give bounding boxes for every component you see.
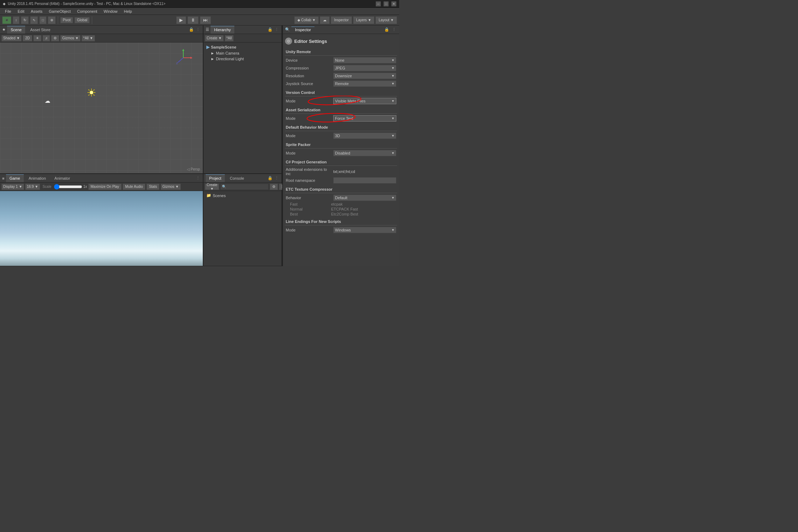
game-more-icon[interactable]: ⋮ — [195, 176, 201, 180]
scene-more-icon[interactable]: ⋮ — [195, 27, 201, 32]
project-filter-btn[interactable]: ⚙ — [270, 184, 278, 190]
tab-animation[interactable]: Animation — [25, 174, 50, 182]
project-toolbar: Create ▼ ⚙ ☰ — [203, 183, 281, 191]
global-button[interactable]: Global — [74, 17, 90, 23]
dropdown-as-mode[interactable]: Force Text ▼ — [333, 115, 396, 122]
tool-scale[interactable]: ⇖ — [30, 16, 38, 24]
hierarchy-maincamera-label: Main Camera — [216, 51, 239, 55]
hierarchy-item-directionallight[interactable]: ► Directional Light — [205, 56, 280, 62]
section-line-endings: Line Endings For New Scripts — [285, 218, 397, 225]
menu-window[interactable]: Window — [101, 9, 120, 14]
display-dropdown[interactable]: Display 1 ▼ — [1, 184, 24, 190]
close-button[interactable]: ✕ — [391, 1, 396, 6]
collab-button[interactable]: ◆ Collab ▼ — [294, 16, 319, 24]
tab-scene[interactable]: Scene — [7, 26, 25, 34]
hierarchy-tab-bar: ☰ Hierarchy 🔒 ⋮ — [203, 26, 281, 34]
all-dropdown[interactable]: *All ▼ — [82, 35, 95, 41]
maximize-button[interactable]: □ — [384, 1, 389, 6]
title-bar-right[interactable]: ─ □ ✕ — [376, 1, 396, 6]
pause-button[interactable]: ⏸ — [188, 16, 199, 24]
fx-button[interactable]: ⚙ — [51, 35, 59, 41]
svg-point-0 — [90, 91, 93, 94]
inspector-lock-icon[interactable]: 🔒 — [383, 27, 390, 32]
minimize-button[interactable]: ─ — [376, 1, 381, 6]
row-rootns: Root namespace — [285, 177, 397, 184]
menu-edit[interactable]: Edit — [15, 9, 27, 14]
step-button[interactable]: ⏭ — [200, 16, 211, 24]
menu-file[interactable]: File — [2, 9, 14, 14]
dropdown-db-mode[interactable]: 3D ▼ — [333, 133, 396, 139]
scale-slider[interactable] — [54, 184, 82, 190]
dropdown-resolution[interactable]: Downsize ▼ — [333, 73, 396, 79]
dropdown-device[interactable]: None ▼ — [333, 57, 396, 63]
layout-button[interactable]: Layout ▼ — [375, 16, 397, 24]
dropdown-compression[interactable]: JPEG ▼ — [333, 65, 396, 71]
tab-hierarchy[interactable]: Hierarchy — [211, 26, 234, 34]
maximize-on-play-btn[interactable]: Maximize On Play — [88, 184, 122, 190]
hierarchy-create-btn[interactable]: Create ▼ — [205, 35, 224, 41]
persp-label: ◁ Persp — [187, 167, 200, 171]
project-create-btn[interactable]: Create ▼ — [205, 184, 219, 190]
menu-help[interactable]: Help — [121, 9, 135, 14]
dropdown-sp-mode[interactable]: Disabled ▼ — [333, 150, 396, 156]
tool-rotate[interactable]: ↻ — [21, 16, 29, 24]
value-etc-best: Etc2Comp Best — [331, 212, 396, 216]
label-device: Device — [286, 58, 332, 62]
input-rootns[interactable] — [333, 177, 396, 184]
inspector-panel: 🔍 Inspector 🔒 ⋮ ⚙ Editor Settings Unity … — [282, 26, 399, 266]
value-device: None ▼ — [333, 57, 396, 63]
gizmos-dropdown[interactable]: Gizmos ▼ — [60, 35, 80, 41]
inspector-header: 🔍 Inspector 🔒 ⋮ — [283, 26, 399, 34]
hierarchy-item-maincamera[interactable]: ► Main Camera — [205, 50, 280, 56]
tab-asset-store[interactable]: Asset Store — [27, 26, 54, 34]
tab-inspector[interactable]: Inspector — [291, 27, 314, 33]
scene-lock-icon[interactable]: 🔒 — [188, 27, 195, 32]
dropdown-joystick[interactable]: Remote ▼ — [333, 80, 396, 87]
pivot-button[interactable]: Pivot — [60, 17, 73, 23]
account-button[interactable]: Inspector — [331, 16, 352, 24]
game-lock-icon: ■ — [2, 176, 5, 180]
tool-hand[interactable]: ◾ — [2, 16, 11, 24]
layers-button[interactable]: Layers ▼ — [353, 16, 375, 24]
menu-component[interactable]: Component — [74, 9, 100, 14]
inspector-more-icon[interactable]: ⋮ — [391, 27, 397, 32]
shaded-dropdown[interactable]: Shaded ▼ — [1, 35, 22, 41]
hierarchy-lock-icon[interactable]: 🔒 — [267, 27, 273, 32]
bottom-panels: ■ Game Animation Animator ⋮ Display 1 ▼ … — [0, 174, 281, 266]
section-etc: ETC Texture Compressor — [285, 186, 397, 193]
tab-console[interactable]: Console — [226, 174, 247, 182]
value-rootns[interactable] — [333, 177, 396, 184]
2d-button[interactable]: 2D — [23, 35, 32, 41]
project-search-input[interactable] — [220, 184, 269, 190]
aspect-dropdown[interactable]: 16:9 ▼ — [25, 184, 40, 190]
audio-button[interactable]: ♬ — [43, 35, 50, 41]
label-le-mode: Mode — [286, 228, 332, 232]
tool-move[interactable]: ↕ — [13, 16, 19, 24]
scene-viewport[interactable]: ☁ X Y Z — [0, 43, 203, 173]
hierarchy-scene-root[interactable]: ▶ SampleScene — [205, 44, 280, 50]
hierarchy-more-icon[interactable]: ⋮ — [274, 27, 279, 32]
lights-button[interactable]: ☀ — [33, 35, 41, 41]
row-etc-normal: Normal ETCPACK Fast — [285, 207, 397, 212]
text-extensions: txt;xml;fnt;cd — [333, 169, 355, 174]
project-more-icon[interactable]: ⋮ — [274, 176, 279, 180]
dropdown-le-mode[interactable]: Windows ▼ — [333, 227, 396, 233]
cloud-button[interactable]: ☁ — [320, 16, 330, 24]
tool-rect[interactable]: □ — [39, 16, 46, 24]
dropdown-vc-mode[interactable]: Visible Meta Files ▼ — [333, 98, 396, 104]
game-gizmos-dropdown[interactable]: Gizmos ▼ — [161, 184, 181, 190]
mute-audio-btn[interactable]: Mute Audio — [123, 184, 145, 190]
project-item-scenes[interactable]: 📁 Scenes — [205, 192, 280, 198]
play-button[interactable]: ▶ — [176, 16, 186, 24]
tab-animator[interactable]: Animator — [51, 174, 74, 182]
stats-btn[interactable]: Stats — [146, 184, 160, 190]
tool-transform[interactable]: ⊕ — [48, 16, 56, 24]
dropdown-etc-behavior[interactable]: Default ▼ — [333, 195, 396, 201]
row-extensions: Additional extensions to inc txt;xml;fnt… — [285, 167, 397, 177]
menu-assets[interactable]: Assets — [28, 9, 45, 14]
tab-game[interactable]: Game — [6, 174, 24, 182]
tab-project[interactable]: Project — [206, 174, 225, 182]
hierarchy-all-btn[interactable]: *All — [225, 35, 234, 41]
menu-gameobject[interactable]: GameObject — [46, 9, 74, 14]
project-lock-icon[interactable]: 🔒 — [267, 176, 273, 180]
